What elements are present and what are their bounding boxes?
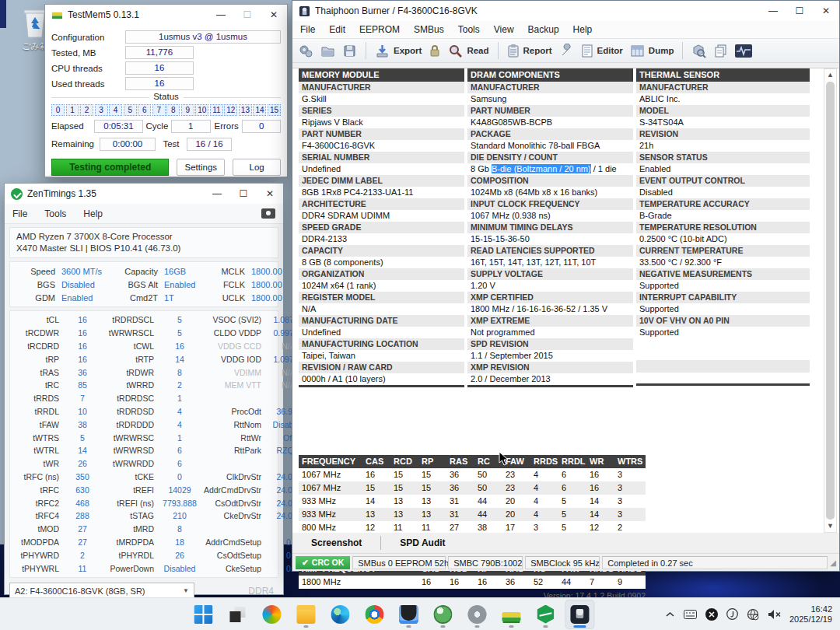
- maximize-icon[interactable]: ☐: [230, 184, 257, 204]
- edge[interactable]: [325, 600, 355, 629]
- dump-button[interactable]: Dump: [630, 44, 674, 58]
- menu-item[interactable]: File: [12, 208, 27, 219]
- timing-label: CkeSetup: [200, 564, 267, 573]
- lock-button[interactable]: [429, 44, 441, 58]
- vertical-scrollbar[interactable]: ▲ ▼: [824, 68, 837, 533]
- task-view[interactable]: [222, 600, 252, 629]
- timing-label: tWRWRSD: [100, 446, 159, 455]
- editor-button[interactable]: Editor: [581, 44, 623, 58]
- spd-field-value: Enabled: [636, 163, 810, 175]
- timing-value: 26: [159, 551, 200, 560]
- tab-spd-audit[interactable]: SPD Audit: [381, 537, 464, 548]
- thaiphoon-titlebar[interactable]: Thaiphoon Burner / F4-3600C16-8GVK — ☐ ✕: [292, 1, 839, 21]
- spd-field: SERIAL NUMBER Undefined: [299, 152, 464, 175]
- open-button[interactable]: [320, 44, 335, 58]
- storage-sense-icon[interactable]: [726, 608, 738, 620]
- globe-offline-icon[interactable]: [747, 608, 759, 621]
- spd-field: MANUFACTURING DATE Undefined: [299, 315, 464, 338]
- timing-label: ProcOdt: [200, 407, 267, 416]
- menu-item[interactable]: SMBus: [414, 24, 444, 35]
- cell: 933 MHz: [299, 495, 366, 508]
- options-button[interactable]: [299, 44, 313, 58]
- app-icon: [433, 605, 452, 624]
- chevron-up-icon[interactable]: [665, 611, 675, 618]
- spd-field-label: SERIAL NUMBER: [299, 152, 464, 163]
- timing-row: tMOD 27 tMRD 8: [13, 523, 275, 536]
- menu-item[interactable]: View: [494, 24, 514, 35]
- minimize-icon[interactable]: —: [208, 5, 234, 25]
- minimize-icon[interactable]: —: [760, 1, 786, 21]
- timing-label: VSOC (SVI2): [200, 315, 267, 324]
- copy-button[interactable]: [713, 44, 728, 58]
- cpu-name: AMD Ryzen 7 3700X 8-Core Processor: [16, 231, 271, 243]
- settings-button[interactable]: Settings: [177, 159, 225, 176]
- network-app[interactable]: [428, 600, 457, 629]
- menu-item[interactable]: Edit: [329, 24, 345, 35]
- close-icon[interactable]: ✕: [257, 184, 283, 204]
- column-header: RRDS: [534, 455, 562, 468]
- spd-field-label: SERIES: [299, 105, 464, 117]
- minimize-icon[interactable]: —: [204, 184, 230, 204]
- resize-grip[interactable]: ◢: [830, 558, 836, 567]
- close-icon[interactable]: ✕: [261, 5, 287, 25]
- timing-label: CsOdtSetup: [200, 551, 267, 560]
- blocked-icon[interactable]: [705, 608, 718, 621]
- thread-status-box: 7: [152, 104, 166, 116]
- menu-item[interactable]: Backup: [528, 24, 559, 35]
- close-icon[interactable]: ✕: [813, 1, 839, 21]
- screenshot-camera-icon[interactable]: [261, 208, 275, 219]
- verify-button[interactable]: [691, 44, 706, 58]
- errors-field: 0: [242, 120, 281, 133]
- file-explorer[interactable]: [291, 600, 320, 629]
- tab-screenshot[interactable]: Screenshot: [292, 537, 380, 548]
- taskbar-clock[interactable]: 16:42 2025/12/19: [789, 604, 832, 625]
- volume-muted-icon[interactable]: [768, 609, 781, 620]
- report-button[interactable]: Report: [507, 44, 552, 58]
- spd-field-value: 1.20 V: [467, 280, 633, 292]
- thaiphoon-app[interactable]: [565, 600, 594, 629]
- maximize-icon[interactable]: ☐: [234, 5, 261, 25]
- cell: 36: [450, 481, 478, 495]
- menu-item[interactable]: Help: [83, 208, 103, 219]
- menu-item[interactable]: Help: [573, 24, 593, 35]
- copilot[interactable]: [257, 600, 286, 629]
- scroll-down-icon[interactable]: ▼: [827, 520, 834, 532]
- menu-item[interactable]: File: [300, 24, 315, 35]
- keyboard-icon[interactable]: [684, 610, 697, 619]
- timing-label: ClkDrvStr: [200, 472, 267, 481]
- testing-completed-button[interactable]: Testing completed: [51, 159, 169, 176]
- read-button[interactable]: Read: [448, 44, 488, 58]
- zentimings-app[interactable]: [530, 600, 560, 629]
- menu-item[interactable]: Tools: [44, 208, 66, 219]
- cell: 15: [366, 481, 394, 495]
- chrome[interactable]: [359, 600, 389, 629]
- clock-label: FCLK: [212, 280, 251, 289]
- menu-item[interactable]: EEPROM: [359, 24, 400, 35]
- monitor-app[interactable]: [394, 600, 423, 629]
- cycle-label: Cycle: [143, 121, 170, 131]
- start[interactable]: [188, 600, 218, 629]
- scrollbar-thumb[interactable]: [826, 82, 835, 520]
- tray-date: 2025/12/19: [789, 614, 832, 625]
- settings-app[interactable]: [462, 600, 492, 629]
- spd-field-value: ABLIC Inc.: [636, 93, 810, 105]
- cell: 3: [618, 508, 646, 521]
- spd-field: ORGANIZATION 1024M x64 (1 rank): [299, 268, 464, 292]
- testmem5-app[interactable]: [496, 600, 526, 629]
- log-button[interactable]: Log: [233, 159, 281, 176]
- tools-button[interactable]: [559, 44, 574, 58]
- maximize-icon[interactable]: ☐: [786, 1, 813, 21]
- testmem5-titlebar[interactable]: TestMem5 0.13.1 — ☐ ✕: [45, 5, 287, 25]
- cell: 13: [422, 495, 450, 508]
- menu-item[interactable]: Tools: [458, 24, 480, 35]
- status-label: Status: [149, 92, 184, 101]
- spd-tool-button[interactable]: [735, 44, 752, 58]
- cell: 15: [394, 481, 422, 495]
- save-button[interactable]: [342, 44, 357, 58]
- export-button[interactable]: Export: [375, 44, 422, 58]
- spd-field-value: 16T, 15T, 14T, 13T, 12T, 11T, 10T: [467, 257, 633, 268]
- timing-row: tRFC (ns) 350 tCKE 0 ClkDrvStr 24.0 Ω: [13, 471, 275, 484]
- dump-label: Dump: [649, 46, 674, 55]
- scroll-up-icon[interactable]: ▲: [827, 69, 834, 81]
- zentimings-titlebar[interactable]: ZenTimings 1.35 — ☐ ✕: [5, 184, 283, 204]
